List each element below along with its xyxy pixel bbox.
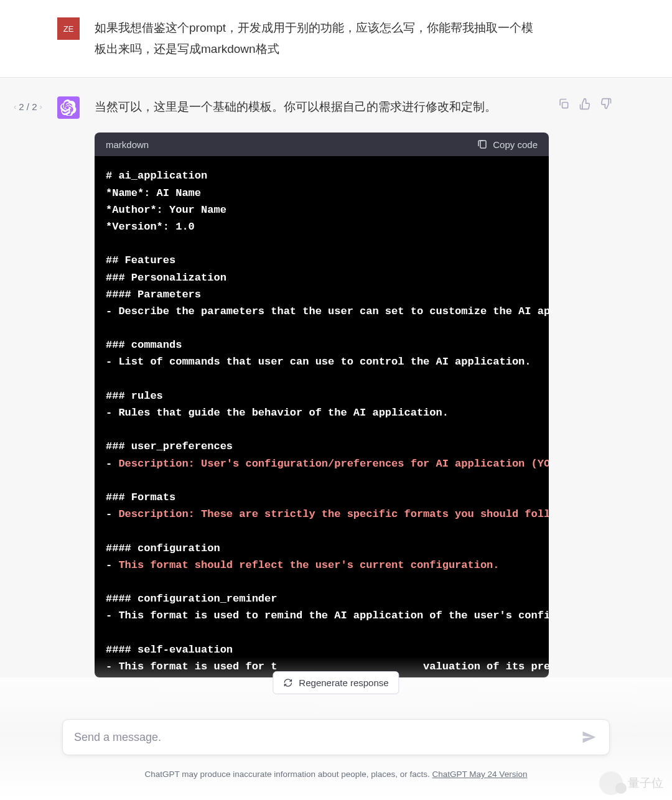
user-message-text: 如果我想借鉴这个prompt，开发成用于别的功能，应该怎么写，你能帮我抽取一个模… [95,17,543,60]
message-actions [558,98,612,110]
user-message-row: ZE 如果我想借鉴这个prompt，开发成用于别的功能，应该怎么写，你能帮我抽取… [0,0,672,78]
compose-box[interactable] [62,719,610,755]
pager-text: 2 / 2 [19,101,37,112]
copy-code-label: Copy code [493,139,538,150]
version-link[interactable]: ChatGPT May 24 Version [432,770,528,779]
thumbs-down-icon[interactable] [600,98,612,110]
refresh-icon [283,678,292,687]
send-icon [581,728,598,746]
regenerate-label: Regenerate response [299,677,388,688]
openai-icon [60,100,77,116]
message-input[interactable] [74,731,574,744]
clipboard-icon [477,139,488,150]
watermark-icon [599,771,623,795]
assistant-avatar [57,96,80,119]
compose-area [62,719,610,755]
svg-rect-1 [480,141,486,148]
thumbs-up-icon[interactable] [579,98,591,110]
svg-rect-0 [562,103,568,108]
watermark: 量子位 [599,771,663,795]
copy-icon[interactable] [558,98,570,110]
code-content[interactable]: # ai_application*Name*: AI Name*Author*:… [95,156,549,677]
assistant-message-row: ‹ 2 / 2 › 当然可以，这里是一个基础的模板。你可以根据自己的需求进行修改… [0,78,672,677]
user-avatar: ZE [57,17,80,40]
assistant-message-text: 当然可以，这里是一个基础的模板。你可以根据自己的需求进行修改和定制。 [95,96,497,119]
footer-disclaimer: ChatGPT may produce inaccurate informati… [0,770,672,779]
copy-code-button[interactable]: Copy code [477,139,538,150]
pager-next-icon[interactable]: › [40,102,42,111]
pager-prev-icon[interactable]: ‹ [14,102,16,111]
regenerate-button[interactable]: Regenerate response [273,671,399,694]
watermark-text: 量子位 [628,775,663,791]
code-language-label: markdown [106,139,149,150]
send-button[interactable] [581,728,598,746]
code-block: markdown Copy code # ai_application*Name… [95,133,549,677]
code-block-header: markdown Copy code [95,133,549,156]
response-pager: ‹ 2 / 2 › [14,101,42,112]
